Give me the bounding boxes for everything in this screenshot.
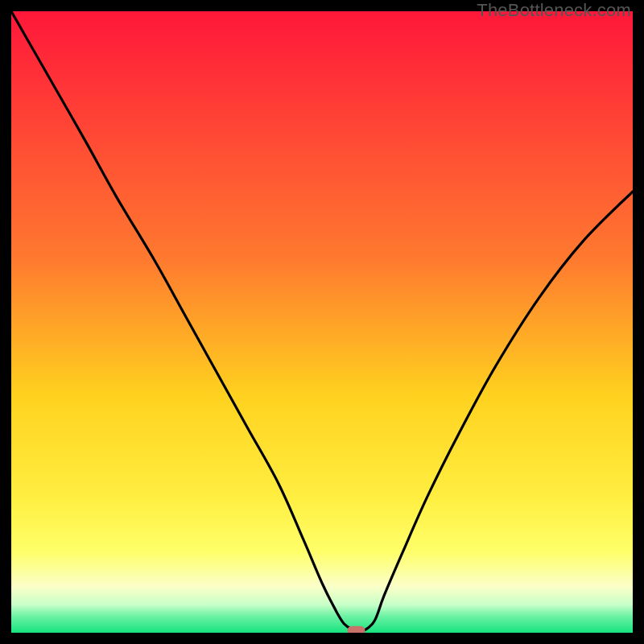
watermark-text: TheBottleneck.com bbox=[477, 0, 631, 21]
bottleneck-plot bbox=[11, 11, 633, 633]
gradient-background bbox=[11, 11, 633, 633]
minimum-marker bbox=[347, 626, 365, 633]
chart-frame bbox=[11, 11, 633, 633]
